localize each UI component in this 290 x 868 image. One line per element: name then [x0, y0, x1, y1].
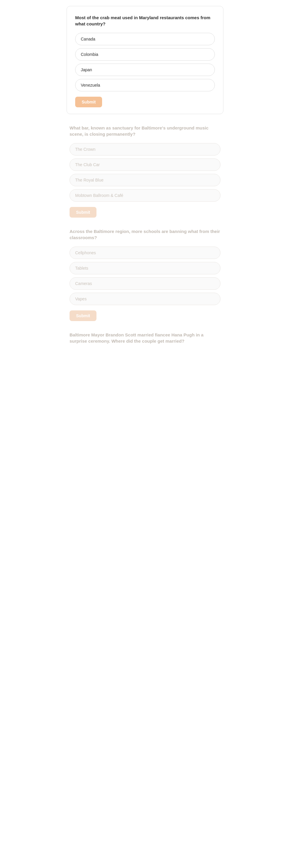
option-japan[interactable]: Japan: [75, 64, 215, 76]
question-card-1: Most of the crab meat used in Maryland r…: [66, 6, 224, 114]
submit-button-1[interactable]: Submit: [75, 97, 102, 107]
question-text-4: Baltimore Mayor Brandon Scott married fi…: [69, 332, 221, 344]
question-text-3: Across the Baltimore region, more school…: [69, 228, 221, 241]
option-cameras: Cameras: [69, 277, 221, 290]
option-vapes: Vapes: [69, 293, 221, 305]
option-colombia[interactable]: Colombia: [75, 48, 215, 61]
quiz-section-1: Most of the crab meat used in Maryland r…: [66, 6, 224, 125]
submit-button-2: Submit: [69, 207, 96, 218]
option-the-royal-blue: The Royal Blue: [69, 174, 221, 186]
option-venezuela[interactable]: Venezuela: [75, 79, 215, 91]
quiz-section-3: Across the Baltimore region, more school…: [66, 228, 224, 321]
option-tablets: Tablets: [69, 262, 221, 274]
option-cellphones: Cellphones: [69, 247, 221, 259]
quiz-section-4: Baltimore Mayor Brandon Scott married fi…: [66, 332, 224, 350]
option-the-club-car: The Club Car: [69, 158, 221, 171]
page-container: Most of the crab meat used in Maryland r…: [0, 0, 290, 868]
quiz-section-2: What bar, known as sanctuary for Baltimo…: [66, 125, 224, 218]
option-mobtown: Mobtown Ballroom & Café: [69, 189, 221, 202]
question-text-2: What bar, known as sanctuary for Baltimo…: [69, 125, 221, 137]
option-the-crown: The Crown: [69, 143, 221, 156]
option-canada[interactable]: Canada: [75, 33, 215, 45]
submit-button-3: Submit: [69, 310, 96, 321]
question-text-1: Most of the crab meat used in Maryland r…: [75, 14, 215, 27]
